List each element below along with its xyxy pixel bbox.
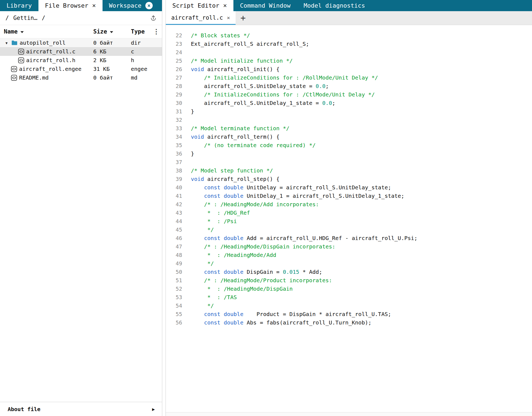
code-line[interactable]: 53 * : /TAS — [166, 293, 532, 302]
code-line[interactable]: 32 — [166, 116, 532, 124]
sort-descending-icon — [110, 31, 113, 34]
line-number: 53 — [166, 293, 182, 302]
column-label: Size — [93, 28, 107, 35]
column-header-type[interactable]: Type — [131, 28, 151, 35]
file-row[interactable]: aircraft_roll.c6 КБc — [0, 47, 162, 56]
file-table-header: Name Size Type ⋮ — [0, 25, 162, 38]
line-number: 38 — [166, 166, 182, 175]
line-number: 40 — [166, 183, 182, 192]
code-line[interactable]: 45 */ — [166, 226, 532, 234]
column-options-icon[interactable]: ⋮ — [151, 28, 162, 35]
line-number: 44 — [166, 217, 182, 226]
code-line[interactable]: 37 — [166, 158, 532, 166]
file-row[interactable]: README.md0 байтmd — [0, 73, 162, 82]
code-line[interactable]: 44 * : /Psi — [166, 217, 532, 226]
file-tab-label: aircraft_roll.c — [171, 14, 223, 21]
code-line[interactable]: 34void aircraft_roll_term() { — [166, 133, 532, 141]
file-size: 0 байт — [93, 40, 131, 46]
code-line[interactable]: 50 const double DispGain = 0.015 * Add; — [166, 268, 532, 276]
code-line[interactable]: 39void aircraft_roll_step() { — [166, 175, 532, 183]
expand-arrow-icon[interactable]: ▾ — [4, 40, 9, 46]
breadcrumb-folder[interactable]: Gettin… — [13, 15, 38, 21]
code-line[interactable]: 40 const double UnitDelay = aircraft_rol… — [166, 183, 532, 192]
close-icon[interactable]: × — [223, 2, 227, 9]
code-line[interactable]: 33/* Model terminate function */ — [166, 124, 532, 133]
line-number: 54 — [166, 302, 182, 310]
code-line[interactable]: 36} — [166, 150, 532, 158]
about-file-section[interactable]: About file ▶ — [0, 402, 162, 416]
tab-label: Workspace — [109, 2, 142, 9]
line-number: 29 — [166, 90, 182, 99]
column-label: Name — [4, 28, 18, 35]
code-line[interactable]: 31} — [166, 107, 532, 116]
close-icon[interactable]: × — [227, 15, 230, 20]
line-number: 56 — [166, 318, 182, 327]
code-line[interactable]: 29 /* InitializeConditions for : /CtlMod… — [166, 90, 532, 99]
line-number: 23 — [166, 40, 182, 48]
line-number: 48 — [166, 251, 182, 259]
code-file-icon — [11, 66, 17, 72]
column-header-size[interactable]: Size — [93, 28, 131, 35]
line-number: 33 — [166, 124, 182, 133]
file-row[interactable]: ▾autopilot_roll0 байтdir — [0, 38, 162, 47]
file-row[interactable]: aircraft_roll.engee31 КБengee — [0, 65, 162, 73]
file-tab-aircraft-roll-c[interactable]: aircraft_roll.c × — [166, 11, 236, 25]
line-number: 22 — [166, 31, 182, 40]
tab-workspace[interactable]: Workspace × — [103, 0, 159, 11]
code-line[interactable]: 42 /* : /HeadingMode/Add incorporates: — [166, 200, 532, 209]
horizontal-scrollbar[interactable] — [166, 412, 532, 416]
code-file-icon — [18, 48, 24, 55]
code-line[interactable]: 47 /* : /HeadingMode/DispGain incorporat… — [166, 242, 532, 251]
code-line[interactable]: 24 — [166, 48, 532, 57]
column-label: Type — [131, 28, 145, 35]
close-circle-icon[interactable]: × — [145, 2, 153, 9]
upload-icon[interactable] — [149, 13, 158, 23]
tab-library[interactable]: Library — [0, 0, 38, 11]
file-type: engee — [131, 66, 162, 72]
code-line[interactable]: 28 aircraft_roll_S.UnitDelay_state = 0.0… — [166, 82, 532, 90]
code-line[interactable]: 38/* Model step function */ — [166, 166, 532, 175]
code-line[interactable]: 22/* Block states */ — [166, 31, 532, 40]
file-size: 2 КБ — [93, 57, 131, 63]
code-line[interactable]: 41 const double UnitDelay_1 = aircraft_r… — [166, 192, 532, 200]
file-name: README.md — [19, 74, 49, 81]
line-number: 27 — [166, 74, 182, 82]
code-line[interactable]: 54 */ — [166, 302, 532, 310]
file-row[interactable]: aircraft_roll.h2 КБh — [0, 56, 162, 65]
tab-model-diagnostics[interactable]: Model diagnostics — [297, 0, 371, 11]
new-tab-button[interactable]: + — [236, 11, 251, 25]
column-header-name[interactable]: Name — [4, 28, 93, 35]
left-panel-tabbar: Library File Browser × Workspace × — [0, 0, 162, 11]
tab-command-window[interactable]: Command Window — [233, 0, 297, 11]
code-line[interactable]: 30 aircraft_roll_S.UnitDelay_1_state = 0… — [166, 99, 532, 107]
breadcrumb-root[interactable]: / — [5, 15, 9, 21]
code-line[interactable]: 27 /* InitializeConditions for : /RollMo… — [166, 74, 532, 82]
code-line[interactable]: 51 /* : /HeadingMode/Product incorporate… — [166, 276, 532, 285]
code-line[interactable]: 35 /* (no terminate code required) */ — [166, 141, 532, 150]
code-line[interactable]: 52 * : /HeadingMode/DispGain — [166, 285, 532, 293]
code-line[interactable]: 56 const double Abs = fabs(aircraft_roll… — [166, 318, 532, 327]
code-editor[interactable]: 22/* Block states */23Ext_aircraft_roll_… — [166, 25, 532, 412]
tab-label: Command Window — [240, 2, 290, 9]
line-number: 39 — [166, 175, 182, 183]
about-file-label: About file — [8, 406, 40, 412]
tab-file-browser[interactable]: File Browser × — [38, 0, 103, 11]
code-line[interactable]: 43 * : /HDG_Ref — [166, 209, 532, 217]
code-line[interactable]: 26void aircraft_roll_init() { — [166, 65, 532, 74]
code-line[interactable]: 23Ext_aircraft_roll_S aircraft_roll_S; — [166, 40, 532, 48]
tab-script-editor[interactable]: Script Editor × — [166, 0, 233, 11]
expand-section-icon[interactable]: ▶ — [152, 406, 155, 412]
line-number: 43 — [166, 209, 182, 217]
code-line[interactable]: 46 const double Add = aircraft_roll_U.HD… — [166, 234, 532, 242]
code-line[interactable]: 25/* Model initialize function */ — [166, 57, 532, 65]
close-icon[interactable]: × — [92, 2, 96, 9]
code-line[interactable]: 55 const double Product = DispGain * air… — [166, 310, 532, 318]
code-line[interactable]: 49 */ — [166, 259, 532, 268]
line-number: 35 — [166, 141, 182, 150]
breadcrumb-separator: / — [42, 15, 45, 21]
code-line[interactable]: 48 * : /HeadingMode/Add — [166, 251, 532, 259]
app-root: Library File Browser × Workspace × / Get… — [0, 0, 532, 416]
editor-file-tabbar: aircraft_roll.c × + — [166, 11, 532, 25]
line-number: 50 — [166, 268, 182, 276]
file-table-body: ▾autopilot_roll0 байтdiraircraft_roll.c6… — [0, 38, 162, 402]
